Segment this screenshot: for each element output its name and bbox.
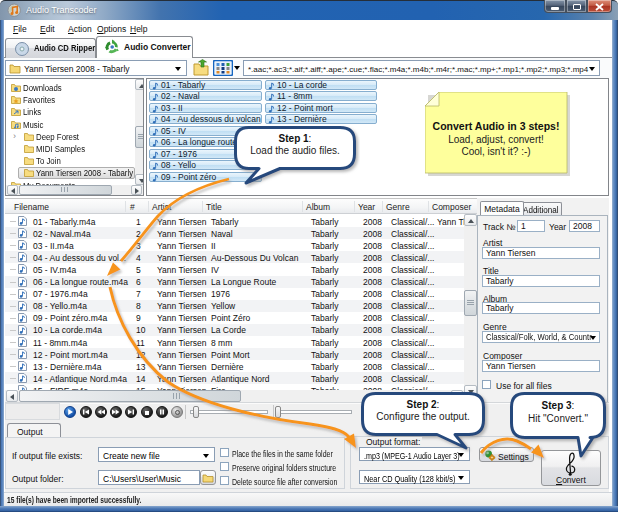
svg-text:Hit "Convert.": Hit "Convert.": [528, 413, 588, 424]
svg-text:Cool, isn't it? :-): Cool, isn't it? :-): [461, 146, 530, 157]
svg-text:Load the audio files.: Load the audio files.: [250, 145, 340, 156]
svg-text:Configure the output.: Configure the output.: [376, 411, 469, 422]
svg-text:Step 1:: Step 1:: [279, 133, 312, 144]
svg-text:Step 3:: Step 3:: [542, 400, 575, 411]
svg-text:Load, adjust, convert!: Load, adjust, convert!: [448, 134, 544, 145]
svg-text:Convert Audio in 3 steps!: Convert Audio in 3 steps!: [433, 120, 560, 132]
svg-text:Step 2:: Step 2:: [407, 399, 440, 410]
